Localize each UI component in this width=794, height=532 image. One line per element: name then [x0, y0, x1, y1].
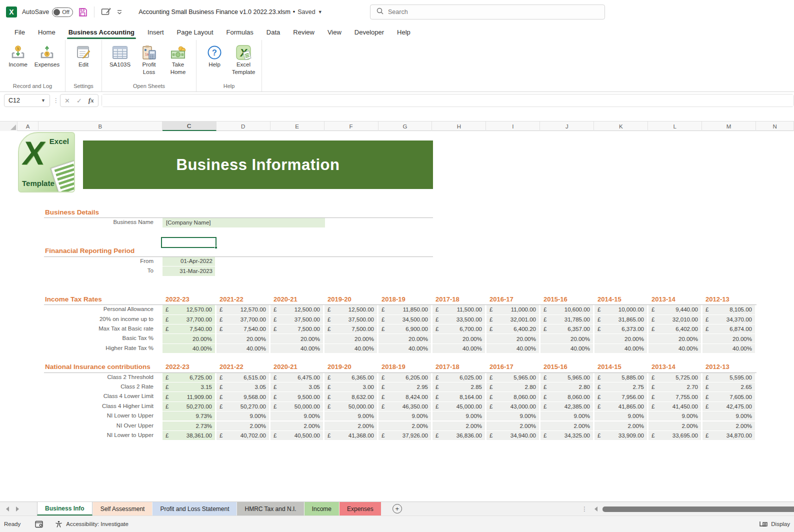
cell[interactable]: £5,725.00: [648, 373, 701, 382]
cell[interactable]: £3.00: [324, 382, 377, 392]
next-sheet-icon[interactable]: [16, 506, 19, 512]
cell[interactable]: £11,000.00: [486, 305, 539, 314]
cell[interactable]: 9.00%: [270, 412, 323, 420]
cell[interactable]: £43,000.00: [486, 402, 539, 411]
cell[interactable]: £8,632.00: [324, 392, 377, 401]
cell[interactable]: £7,500.00: [270, 324, 323, 334]
cell[interactable]: 40.00%: [432, 344, 485, 353]
ribbon-button-sa103s[interactable]: SA103S: [106, 42, 134, 78]
column-header-j[interactable]: J: [540, 122, 594, 131]
document-title[interactable]: Accounting Small Business Finance v1.0 2…: [138, 8, 322, 16]
cell[interactable]: £38,361.00: [162, 431, 215, 440]
cell[interactable]: £5,885.00: [594, 373, 647, 382]
column-header-c[interactable]: C: [162, 122, 216, 131]
selected-cell-c12[interactable]: [161, 237, 216, 248]
cell[interactable]: £6,402.00: [648, 324, 701, 334]
cell[interactable]: 2.00%: [324, 422, 377, 430]
cell[interactable]: 20.00%: [648, 334, 701, 343]
chevron-down-icon[interactable]: ▼: [41, 98, 46, 103]
ribbon-button-profit-loss[interactable]: 1aProfit Loss: [135, 42, 163, 78]
cell[interactable]: £37,700.00: [162, 315, 215, 324]
cell[interactable]: 2.00%: [594, 422, 647, 430]
accessibility-status[interactable]: Accessibility: Investigate: [66, 521, 128, 527]
cell[interactable]: £2.85: [432, 382, 485, 392]
cell[interactable]: £6,400.20: [486, 324, 539, 334]
column-header-d[interactable]: D: [216, 122, 270, 131]
cell[interactable]: 40.00%: [594, 344, 647, 353]
sheet-tab-income[interactable]: Income: [304, 502, 339, 516]
customize-toolbar-icon[interactable]: [116, 9, 122, 15]
add-sheet-button[interactable]: +: [392, 504, 402, 514]
menu-tab-view[interactable]: View: [321, 26, 348, 40]
column-header-k[interactable]: K: [594, 122, 648, 131]
cell[interactable]: 9.00%: [702, 412, 755, 420]
display-settings-label[interactable]: Display: [771, 521, 790, 527]
cell-period-to[interactable]: 31-Mar-2023: [162, 266, 215, 276]
share-pen-icon[interactable]: [101, 8, 112, 16]
accessibility-icon[interactable]: [55, 520, 62, 528]
cell[interactable]: £50,000.00: [270, 402, 323, 411]
cell[interactable]: £12,500.00: [324, 305, 377, 314]
cell[interactable]: 40.00%: [162, 344, 215, 353]
cell[interactable]: £2.75: [594, 382, 647, 392]
cell[interactable]: 2.00%: [540, 422, 593, 430]
cell[interactable]: 9.73%: [162, 412, 215, 420]
cell[interactable]: £42,385.00: [540, 402, 593, 411]
cell[interactable]: £10,000.00: [594, 305, 647, 314]
cell[interactable]: £10,600.00: [540, 305, 593, 314]
cell[interactable]: £8,060.00: [540, 392, 593, 401]
autosave-switch[interactable]: Off: [52, 8, 73, 17]
cell[interactable]: £37,926.00: [378, 431, 431, 440]
cell[interactable]: £3.05: [270, 382, 323, 392]
cell[interactable]: 2.00%: [270, 422, 323, 430]
cell[interactable]: 9.00%: [594, 412, 647, 420]
save-icon[interactable]: [78, 8, 88, 17]
cell[interactable]: £11,909.00: [162, 392, 215, 401]
cell[interactable]: £8,105.00: [702, 305, 755, 314]
cell[interactable]: £6,205.00: [378, 373, 431, 382]
cell[interactable]: £6,365.00: [324, 373, 377, 382]
cell[interactable]: 2.00%: [216, 422, 269, 430]
cell[interactable]: £33,695.00: [648, 431, 701, 440]
cell[interactable]: £32,001.00: [486, 315, 539, 324]
cell[interactable]: £11,850.00: [378, 305, 431, 314]
cell[interactable]: £42,475.00: [702, 402, 755, 411]
name-box[interactable]: C12 ▼: [4, 94, 50, 107]
cell[interactable]: £2.80: [486, 382, 539, 392]
menu-tab-formulas[interactable]: Formulas: [220, 26, 260, 40]
cell[interactable]: £8,424.00: [378, 392, 431, 401]
cell[interactable]: £7,500.00: [324, 324, 377, 334]
cell[interactable]: £12,570.00: [216, 305, 269, 314]
cell[interactable]: £37,500.00: [270, 315, 323, 324]
cell[interactable]: £36,836.00: [432, 431, 485, 440]
column-header-n[interactable]: N: [756, 122, 794, 131]
cell[interactable]: £41,368.00: [324, 431, 377, 440]
cell[interactable]: 20.00%: [216, 334, 269, 343]
cancel-icon[interactable]: ✕: [64, 97, 70, 104]
cell[interactable]: 40.00%: [540, 344, 593, 353]
sheet-tab-hmrc-tax-and-n-i-[interactable]: HMRC Tax and N.I.: [237, 502, 304, 516]
cell[interactable]: 20.00%: [324, 334, 377, 343]
cell[interactable]: 20.00%: [486, 334, 539, 343]
cell[interactable]: 2.00%: [648, 422, 701, 430]
formula-input[interactable]: [102, 94, 794, 106]
ribbon-button-income[interactable]: 5Income: [4, 42, 32, 78]
column-header-m[interactable]: M: [702, 122, 756, 131]
cell[interactable]: £2.95: [378, 382, 431, 392]
cell[interactable]: £7,540.00: [216, 324, 269, 334]
cell[interactable]: 20.00%: [540, 334, 593, 343]
cell[interactable]: £9,440.00: [648, 305, 701, 314]
cell[interactable]: 9.00%: [648, 412, 701, 420]
cell[interactable]: £6,373.00: [594, 324, 647, 334]
cell[interactable]: £6,475.00: [270, 373, 323, 382]
cell-business-name[interactable]: [Company Name]: [162, 218, 325, 227]
cell[interactable]: 2.00%: [378, 422, 431, 430]
column-header-l[interactable]: L: [648, 122, 702, 131]
cell[interactable]: 9.00%: [216, 412, 269, 420]
menu-tab-developer[interactable]: Developer: [348, 26, 390, 40]
cell[interactable]: £5,965.00: [486, 373, 539, 382]
cell[interactable]: £6,700.00: [432, 324, 485, 334]
cell[interactable]: £31,785.00: [540, 315, 593, 324]
cell[interactable]: £33,909.00: [594, 431, 647, 440]
cell[interactable]: £31,865.00: [594, 315, 647, 324]
